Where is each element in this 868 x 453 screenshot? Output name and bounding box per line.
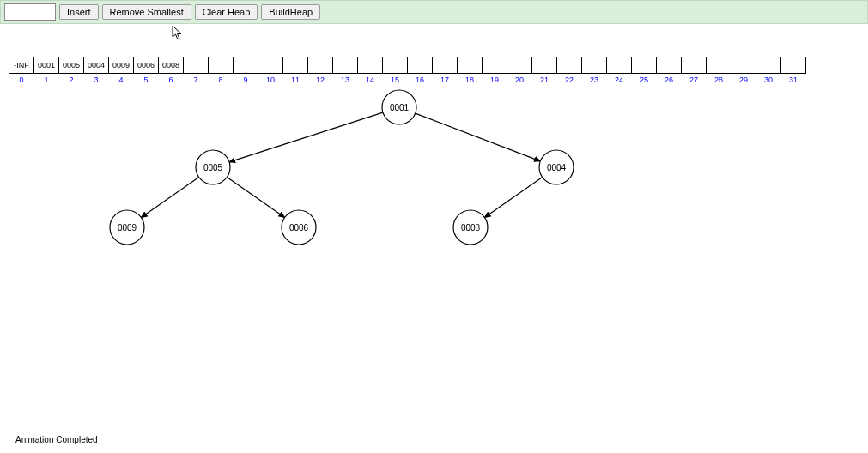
array-index: 7 xyxy=(183,76,209,84)
tree-node-label: 0004 xyxy=(547,163,567,172)
array-index: 15 xyxy=(382,76,408,84)
heap-tree: 000100050004000900060008 xyxy=(0,86,868,369)
array-cell xyxy=(731,57,756,74)
array-index: 28 xyxy=(706,76,731,84)
array-cell: 0004 xyxy=(83,57,109,74)
array-cell xyxy=(208,57,234,74)
status-text: Animation Completed xyxy=(15,435,98,444)
value-input[interactable] xyxy=(4,3,56,21)
array-cell xyxy=(531,57,557,74)
tree-edge xyxy=(416,113,541,161)
array-index: 30 xyxy=(756,76,781,84)
array-cell xyxy=(756,57,781,74)
tree-edge xyxy=(227,177,284,217)
array-cell xyxy=(282,57,308,74)
array-cell xyxy=(780,57,806,74)
array-index: 6 xyxy=(158,76,184,84)
array-cell xyxy=(581,57,607,74)
tree-node xyxy=(539,150,574,184)
tree-node xyxy=(196,150,230,184)
array-cell xyxy=(457,57,483,74)
array-index: 26 xyxy=(656,76,682,84)
array-index: 22 xyxy=(556,76,582,84)
tree-edge xyxy=(484,177,542,217)
array-index: 23 xyxy=(581,76,607,84)
array-cell xyxy=(507,57,532,74)
array-index: 14 xyxy=(357,76,383,84)
array-index: 4 xyxy=(108,76,134,84)
array-cell xyxy=(681,57,707,74)
array-cell xyxy=(183,57,209,74)
array-cell xyxy=(332,57,358,74)
array-index: 16 xyxy=(407,76,433,84)
array-cell xyxy=(556,57,582,74)
array-cell: 0006 xyxy=(133,57,159,74)
array-cell xyxy=(656,57,682,74)
array-cell: 0001 xyxy=(33,57,59,74)
array-index: 29 xyxy=(731,76,756,84)
tree-node-label: 0006 xyxy=(289,223,309,233)
array-index: 24 xyxy=(606,76,632,84)
array-index: 3 xyxy=(83,76,109,84)
tree-node xyxy=(453,210,488,245)
heap-array: -INF000100050004000900060008 01234567891… xyxy=(9,57,868,84)
array-index: 19 xyxy=(482,76,507,84)
array-index: 8 xyxy=(208,76,234,84)
array-cell xyxy=(233,57,258,74)
array-cell xyxy=(706,57,731,74)
array-index: 1 xyxy=(33,76,59,84)
array-cell xyxy=(606,57,632,74)
tree-node-label: 0005 xyxy=(203,163,223,172)
array-index: 12 xyxy=(307,76,333,84)
array-index: 11 xyxy=(282,76,308,84)
array-cell: 0009 xyxy=(108,57,134,74)
tree-edge xyxy=(141,177,198,217)
array-index: 5 xyxy=(133,76,159,84)
clear-heap-button[interactable]: Clear Heap xyxy=(195,4,258,20)
array-index: 27 xyxy=(681,76,707,84)
cursor-icon xyxy=(172,25,185,42)
tree-node-label: 0009 xyxy=(118,223,137,233)
array-index: 13 xyxy=(332,76,358,84)
array-cell xyxy=(631,57,657,74)
tree-edge xyxy=(229,112,383,162)
tree-node-label: 0001 xyxy=(390,103,410,112)
array-cell xyxy=(407,57,433,74)
array-index: 2 xyxy=(58,76,84,84)
array-index: 31 xyxy=(780,76,806,84)
array-cell xyxy=(307,57,333,74)
array-cell xyxy=(482,57,507,74)
array-cell xyxy=(258,57,283,74)
array-index: 17 xyxy=(432,76,458,84)
array-index: 10 xyxy=(258,76,283,84)
array-index: 18 xyxy=(457,76,483,84)
array-index: 9 xyxy=(233,76,258,84)
array-cell xyxy=(382,57,408,74)
tree-node xyxy=(282,210,316,245)
array-cell: 0008 xyxy=(158,57,184,74)
array-index: 25 xyxy=(631,76,657,84)
insert-button[interactable]: Insert xyxy=(59,4,99,20)
tree-node-label: 0008 xyxy=(461,223,481,233)
array-index: 0 xyxy=(9,76,34,84)
array-cell: 0005 xyxy=(58,57,84,74)
build-heap-button[interactable]: BuildHeap xyxy=(261,4,320,20)
tree-node xyxy=(110,210,144,245)
array-index: 20 xyxy=(507,76,532,84)
array-cell xyxy=(432,57,458,74)
remove-smallest-button[interactable]: Remove Smallest xyxy=(102,4,191,20)
array-index: 21 xyxy=(531,76,557,84)
array-cell xyxy=(357,57,383,74)
toolbar: Insert Remove Smallest Clear Heap BuildH… xyxy=(0,0,868,24)
tree-node xyxy=(382,90,416,124)
array-cell: -INF xyxy=(9,57,34,74)
